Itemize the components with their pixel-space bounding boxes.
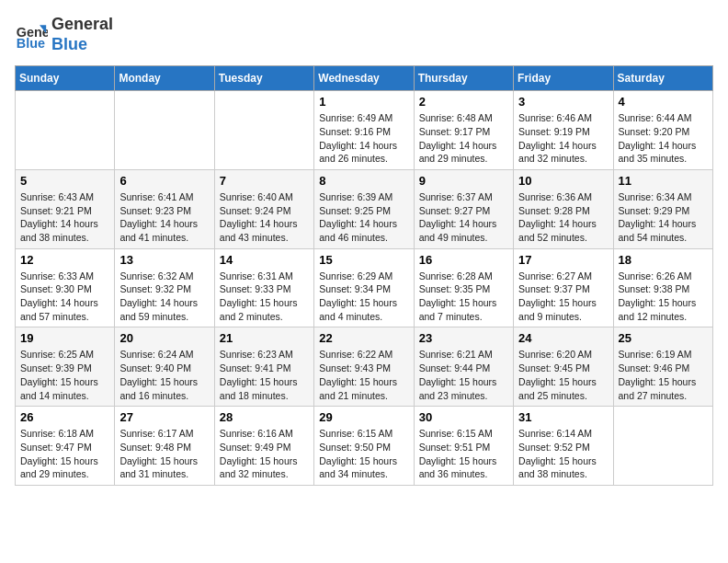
weekday-header-saturday: Saturday: [613, 66, 712, 91]
calendar-cell: 1Sunrise: 6:49 AMSunset: 9:16 PMDaylight…: [314, 91, 414, 170]
calendar-cell: 28Sunrise: 6:16 AMSunset: 9:49 PMDayligh…: [214, 407, 313, 486]
page-header: General Blue General Blue: [15, 15, 713, 54]
day-number: 9: [419, 174, 508, 188]
day-info: Sunrise: 6:19 AMSunset: 9:46 PMDaylight:…: [619, 348, 708, 402]
calendar-cell: 14Sunrise: 6:31 AMSunset: 9:33 PMDayligh…: [214, 248, 313, 327]
calendar-cell: [613, 407, 712, 486]
day-info: Sunrise: 6:34 AMSunset: 9:29 PMDaylight:…: [619, 190, 708, 245]
day-number: 31: [518, 410, 608, 424]
day-info: Sunrise: 6:27 AMSunset: 9:37 PMDaylight:…: [518, 270, 608, 324]
day-info: Sunrise: 6:44 AMSunset: 9:20 PMDaylight:…: [619, 111, 708, 166]
day-info: Sunrise: 6:28 AMSunset: 9:35 PMDaylight:…: [419, 270, 508, 324]
calendar-cell: 27Sunrise: 6:17 AMSunset: 9:48 PMDayligh…: [115, 407, 214, 486]
day-number: 16: [419, 253, 508, 267]
day-info: Sunrise: 6:23 AMSunset: 9:41 PMDaylight:…: [220, 348, 309, 402]
day-number: 4: [619, 95, 708, 109]
day-info: Sunrise: 6:20 AMSunset: 9:45 PMDaylight:…: [518, 348, 608, 402]
calendar-cell: 23Sunrise: 6:21 AMSunset: 9:44 PMDayligh…: [414, 327, 513, 407]
calendar-cell: 22Sunrise: 6:22 AMSunset: 9:43 PMDayligh…: [314, 327, 414, 407]
calendar-cell: 26Sunrise: 6:18 AMSunset: 9:47 PMDayligh…: [16, 407, 115, 486]
day-info: Sunrise: 6:15 AMSunset: 9:50 PMDaylight:…: [319, 427, 408, 481]
calendar-cell: 15Sunrise: 6:29 AMSunset: 9:34 PMDayligh…: [314, 248, 414, 327]
day-info: Sunrise: 6:40 AMSunset: 9:24 PMDaylight:…: [220, 190, 309, 245]
day-number: 28: [220, 410, 309, 424]
calendar-cell: 8Sunrise: 6:39 AMSunset: 9:25 PMDaylight…: [314, 169, 414, 248]
weekday-header-friday: Friday: [514, 66, 613, 91]
day-number: 6: [119, 174, 209, 188]
day-info: Sunrise: 6:36 AMSunset: 9:28 PMDaylight:…: [518, 190, 608, 245]
day-number: 3: [518, 95, 608, 109]
calendar-cell: [214, 91, 313, 170]
weekday-header-sunday: Sunday: [16, 66, 115, 91]
day-info: Sunrise: 6:26 AMSunset: 9:38 PMDaylight:…: [619, 270, 708, 324]
calendar-cell: 25Sunrise: 6:19 AMSunset: 9:46 PMDayligh…: [613, 327, 712, 407]
day-number: 24: [518, 331, 608, 345]
day-info: Sunrise: 6:41 AMSunset: 9:23 PMDaylight:…: [119, 190, 209, 245]
day-info: Sunrise: 6:43 AMSunset: 9:21 PMDaylight:…: [20, 190, 109, 245]
calendar-cell: 2Sunrise: 6:48 AMSunset: 9:17 PMDaylight…: [414, 91, 513, 170]
day-number: 10: [518, 174, 608, 188]
calendar-cell: 12Sunrise: 6:33 AMSunset: 9:30 PMDayligh…: [16, 248, 115, 327]
weekday-header-tuesday: Tuesday: [214, 66, 313, 91]
day-number: 30: [419, 410, 508, 424]
day-info: Sunrise: 6:24 AMSunset: 9:40 PMDaylight:…: [119, 348, 209, 402]
calendar-cell: [16, 91, 115, 170]
calendar-cell: 5Sunrise: 6:43 AMSunset: 9:21 PMDaylight…: [16, 169, 115, 248]
day-info: Sunrise: 6:31 AMSunset: 9:33 PMDaylight:…: [220, 270, 309, 324]
day-number: 14: [220, 253, 309, 267]
day-number: 23: [419, 331, 508, 345]
logo-general: General: [51, 15, 113, 35]
day-number: 13: [119, 253, 209, 267]
day-info: Sunrise: 6:22 AMSunset: 9:43 PMDaylight:…: [319, 348, 408, 402]
calendar-cell: 17Sunrise: 6:27 AMSunset: 9:37 PMDayligh…: [514, 248, 613, 327]
day-info: Sunrise: 6:21 AMSunset: 9:44 PMDaylight:…: [419, 348, 508, 402]
day-number: 12: [20, 253, 109, 267]
day-number: 27: [119, 410, 209, 424]
day-info: Sunrise: 6:16 AMSunset: 9:49 PMDaylight:…: [220, 427, 309, 481]
day-number: 8: [319, 174, 408, 188]
day-number: 21: [220, 331, 309, 345]
day-info: Sunrise: 6:39 AMSunset: 9:25 PMDaylight:…: [319, 190, 408, 245]
calendar-cell: 20Sunrise: 6:24 AMSunset: 9:40 PMDayligh…: [115, 327, 214, 407]
day-number: 17: [518, 253, 608, 267]
day-number: 7: [220, 174, 309, 188]
calendar-cell: 24Sunrise: 6:20 AMSunset: 9:45 PMDayligh…: [514, 327, 613, 407]
calendar-cell: 13Sunrise: 6:32 AMSunset: 9:32 PMDayligh…: [115, 248, 214, 327]
day-info: Sunrise: 6:49 AMSunset: 9:16 PMDaylight:…: [319, 111, 408, 166]
calendar-cell: 21Sunrise: 6:23 AMSunset: 9:41 PMDayligh…: [214, 327, 313, 407]
svg-text:Blue: Blue: [17, 36, 45, 51]
calendar-cell: 16Sunrise: 6:28 AMSunset: 9:35 PMDayligh…: [414, 248, 513, 327]
day-number: 26: [20, 410, 109, 424]
calendar-cell: 6Sunrise: 6:41 AMSunset: 9:23 PMDaylight…: [115, 169, 214, 248]
day-number: 15: [319, 253, 408, 267]
calendar-cell: 19Sunrise: 6:25 AMSunset: 9:39 PMDayligh…: [16, 327, 115, 407]
day-info: Sunrise: 6:37 AMSunset: 9:27 PMDaylight:…: [419, 190, 508, 245]
day-number: 11: [619, 174, 708, 188]
day-number: 20: [119, 331, 209, 345]
weekday-header-thursday: Thursday: [414, 66, 513, 91]
day-info: Sunrise: 6:14 AMSunset: 9:52 PMDaylight:…: [518, 427, 608, 481]
day-number: 18: [619, 253, 708, 267]
calendar-cell: 3Sunrise: 6:46 AMSunset: 9:19 PMDaylight…: [514, 91, 613, 170]
day-info: Sunrise: 6:18 AMSunset: 9:47 PMDaylight:…: [20, 427, 109, 481]
day-number: 19: [20, 331, 109, 345]
calendar-cell: 7Sunrise: 6:40 AMSunset: 9:24 PMDaylight…: [214, 169, 313, 248]
logo-icon: General Blue: [15, 18, 48, 52]
calendar-cell: [115, 91, 214, 170]
day-number: 25: [619, 331, 708, 345]
day-info: Sunrise: 6:33 AMSunset: 9:30 PMDaylight:…: [20, 270, 109, 324]
day-number: 29: [319, 410, 408, 424]
calendar-cell: 30Sunrise: 6:15 AMSunset: 9:51 PMDayligh…: [414, 407, 513, 486]
weekday-header-wednesday: Wednesday: [314, 66, 414, 91]
day-info: Sunrise: 6:32 AMSunset: 9:32 PMDaylight:…: [119, 270, 209, 324]
day-info: Sunrise: 6:46 AMSunset: 9:19 PMDaylight:…: [518, 111, 608, 166]
logo: General Blue General Blue: [15, 15, 113, 54]
day-info: Sunrise: 6:48 AMSunset: 9:17 PMDaylight:…: [419, 111, 508, 166]
weekday-header-monday: Monday: [115, 66, 214, 91]
calendar-cell: 10Sunrise: 6:36 AMSunset: 9:28 PMDayligh…: [514, 169, 613, 248]
day-number: 5: [20, 174, 109, 188]
day-number: 1: [319, 95, 408, 109]
day-info: Sunrise: 6:17 AMSunset: 9:48 PMDaylight:…: [119, 427, 209, 481]
calendar-cell: 31Sunrise: 6:14 AMSunset: 9:52 PMDayligh…: [514, 407, 613, 486]
day-number: 22: [319, 331, 408, 345]
